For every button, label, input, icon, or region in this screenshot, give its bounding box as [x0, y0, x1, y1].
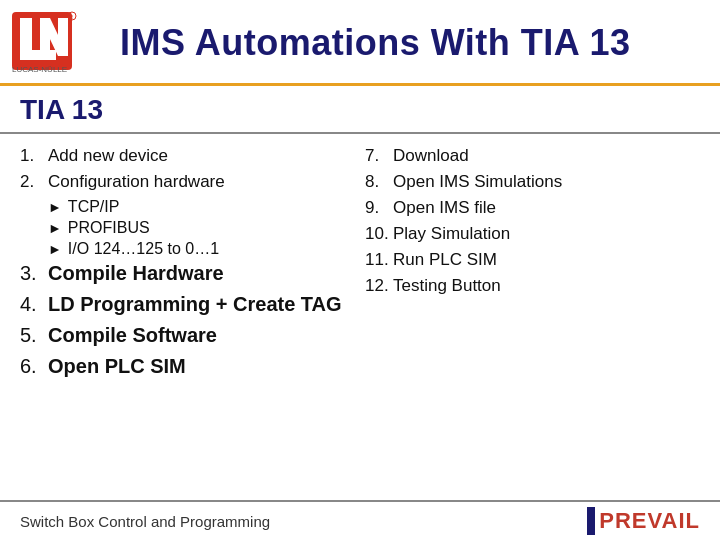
- right-column: 7. Download 8. Open IMS Simulations 9. O…: [365, 146, 700, 386]
- header: LUCAS-NÜLLE R IMS Automations With TIA 1…: [0, 0, 720, 86]
- list-text: Open IMS Simulations: [393, 172, 700, 192]
- list-item: 1. Add new device: [20, 146, 355, 166]
- page: LUCAS-NÜLLE R IMS Automations With TIA 1…: [0, 0, 720, 540]
- list-text: Download: [393, 146, 700, 166]
- sub-text: I/O 124…125 to 0…1: [68, 240, 219, 258]
- list-num: 8.: [365, 172, 393, 192]
- list-num: 5.: [20, 324, 48, 347]
- left-column: 1. Add new device 2. Configuration hardw…: [20, 146, 355, 386]
- list-item: 7. Download: [365, 146, 700, 166]
- list-item: 10. Play Simulation: [365, 224, 700, 244]
- sub-text: PROFIBUS: [68, 219, 150, 237]
- prevail-logo: PREVAIL: [587, 507, 700, 535]
- sub-item: ► I/O 124…125 to 0…1: [48, 240, 355, 258]
- list-num: 7.: [365, 146, 393, 166]
- footer-text: Switch Box Control and Programming: [20, 513, 270, 530]
- list-text: Testing Button: [393, 276, 700, 296]
- list-item: 12. Testing Button: [365, 276, 700, 296]
- list-num: 9.: [365, 198, 393, 218]
- list-num: 2.: [20, 172, 48, 192]
- svg-text:R: R: [70, 14, 74, 20]
- list-num: 11.: [365, 250, 393, 270]
- list-num: 1.: [20, 146, 48, 166]
- sub-text: TCP/IP: [68, 198, 120, 216]
- section-title: TIA 13: [0, 86, 720, 134]
- list-text: Compile Hardware: [48, 262, 355, 285]
- list-text: Add new device: [48, 146, 355, 166]
- list-num: 6.: [20, 355, 48, 378]
- list-item: 3. Compile Hardware: [20, 262, 355, 285]
- list-num: 3.: [20, 262, 48, 285]
- list-item: 6. Open PLC SIM: [20, 355, 355, 378]
- arrow-icon: ►: [48, 199, 62, 215]
- sub-item: ► TCP/IP: [48, 198, 355, 216]
- list-text: Open IMS file: [393, 198, 700, 218]
- list-item: 8. Open IMS Simulations: [365, 172, 700, 192]
- sub-item: ► PROFIBUS: [48, 219, 355, 237]
- list-num: 4.: [20, 293, 48, 316]
- list-num: 10.: [365, 224, 393, 244]
- arrow-icon: ►: [48, 241, 62, 257]
- svg-rect-2: [20, 50, 56, 60]
- logo: LUCAS-NÜLLE R: [10, 10, 100, 75]
- prevail-stripe: [587, 507, 595, 535]
- sub-list: ► TCP/IP ► PROFIBUS ► I/O 124…125 to 0…1: [48, 198, 355, 258]
- list-text: Open PLC SIM: [48, 355, 355, 378]
- list-text: LD Programming + Create TAG: [48, 293, 355, 316]
- list-item: 9. Open IMS file: [365, 198, 700, 218]
- list-text: Compile Software: [48, 324, 355, 347]
- prevail-brand: PREVAIL: [599, 508, 700, 534]
- list-text: Play Simulation: [393, 224, 700, 244]
- list-text: Run PLC SIM: [393, 250, 700, 270]
- svg-text:LUCAS-NÜLLE: LUCAS-NÜLLE: [12, 65, 67, 74]
- content: 1. Add new device 2. Configuration hardw…: [0, 134, 720, 396]
- list-item: 11. Run PLC SIM: [365, 250, 700, 270]
- list-item: 2. Configuration hardware: [20, 172, 355, 192]
- list-item: 5. Compile Software: [20, 324, 355, 347]
- arrow-icon: ►: [48, 220, 62, 236]
- header-title: IMS Automations With TIA 13: [120, 22, 631, 64]
- list-text: Configuration hardware: [48, 172, 355, 192]
- list-num: 12.: [365, 276, 393, 296]
- footer: Switch Box Control and Programming PREVA…: [0, 500, 720, 540]
- list-item: 4. LD Programming + Create TAG: [20, 293, 355, 316]
